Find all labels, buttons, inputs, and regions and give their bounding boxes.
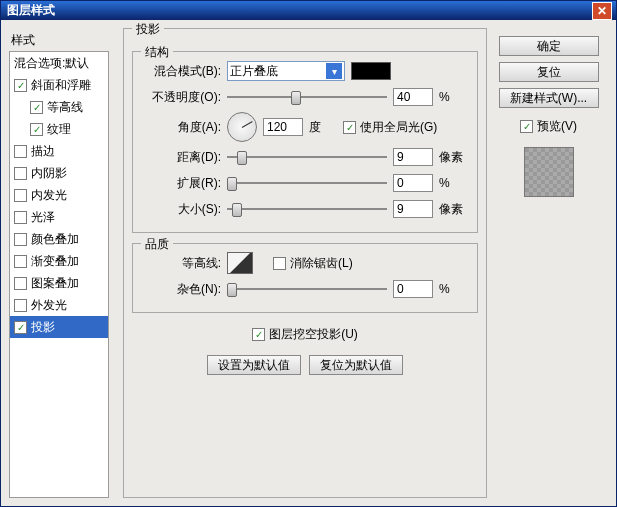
noise-row: 杂色(N): 0 % [143, 276, 467, 302]
style-item[interactable]: 图案叠加 [10, 272, 108, 294]
quality-fieldset: 品质 等高线: 消除锯齿(L) 杂色(N): 0 [132, 243, 478, 313]
defaults-button-row: 设置为默认值 复位为默认值 [132, 355, 478, 375]
style-item[interactable]: ✓纹理 [10, 118, 108, 140]
distance-unit: 像素 [439, 149, 467, 166]
size-input[interactable]: 9 [393, 200, 433, 218]
settings-column: 投影 结构 混合模式(B): 正片叠底 ▾ 不透明度(O): [113, 28, 493, 498]
structure-fieldset: 结构 混合模式(B): 正片叠底 ▾ 不透明度(O): 40 % [132, 51, 478, 233]
spread-slider[interactable] [227, 174, 387, 192]
knockout-label: 图层挖空投影(U) [269, 326, 358, 343]
style-item[interactable]: 渐变叠加 [10, 250, 108, 272]
style-item[interactable]: ✓投影 [10, 316, 108, 338]
check-icon [14, 277, 27, 290]
check-icon [14, 299, 27, 312]
ok-button[interactable]: 确定 [499, 36, 599, 56]
panel-title: 投影 [132, 21, 164, 38]
noise-slider[interactable] [227, 280, 387, 298]
size-row: 大小(S): 9 像素 [143, 196, 467, 222]
angle-dial[interactable] [227, 112, 257, 142]
preview-checkbox[interactable]: ✓ 预览(V) [493, 118, 604, 135]
noise-input[interactable]: 0 [393, 280, 433, 298]
dialog-body: 样式 混合选项:默认✓斜面和浮雕✓等高线✓纹理描边内阴影内发光光泽颜色叠加渐变叠… [1, 20, 616, 506]
new-style-button[interactable]: 新建样式(W)... [499, 88, 599, 108]
opacity-slider[interactable] [227, 88, 387, 106]
style-item-label: 等高线 [47, 99, 83, 116]
chevron-down-icon: ▾ [326, 63, 342, 79]
style-item-label: 图案叠加 [31, 275, 79, 292]
style-item-label: 内发光 [31, 187, 67, 204]
dialog-window: 图层样式 ✕ 样式 混合选项:默认✓斜面和浮雕✓等高线✓纹理描边内阴影内发光光泽… [0, 0, 617, 507]
check-icon: ✓ [343, 121, 356, 134]
cancel-button[interactable]: 复位 [499, 62, 599, 82]
style-item-label: 斜面和浮雕 [31, 77, 91, 94]
spread-unit: % [439, 176, 467, 190]
style-item-label: 描边 [31, 143, 55, 160]
check-icon: ✓ [30, 123, 43, 136]
opacity-row: 不透明度(O): 40 % [143, 84, 467, 110]
distance-input[interactable]: 9 [393, 148, 433, 166]
check-icon [14, 255, 27, 268]
noise-label: 杂色(N): [143, 281, 221, 298]
style-item-label: 颜色叠加 [31, 231, 79, 248]
style-item-label: 内阴影 [31, 165, 67, 182]
blend-mode-value: 正片叠底 [230, 63, 278, 80]
knockout-checkbox[interactable]: ✓ 图层挖空投影(U) [252, 326, 358, 343]
shadow-color-swatch[interactable] [351, 62, 391, 80]
check-icon: ✓ [14, 321, 27, 334]
style-item[interactable]: 内阴影 [10, 162, 108, 184]
global-light-checkbox[interactable]: ✓ 使用全局光(G) [343, 119, 437, 136]
distance-slider[interactable] [227, 148, 387, 166]
style-item-label: 投影 [31, 319, 55, 336]
preview-swatch [524, 147, 574, 197]
size-slider[interactable] [227, 200, 387, 218]
angle-input[interactable]: 120 [263, 118, 303, 136]
check-icon [14, 167, 27, 180]
blend-mode-select[interactable]: 正片叠底 ▾ [227, 61, 345, 81]
style-item[interactable]: 外发光 [10, 294, 108, 316]
styles-list: 混合选项:默认✓斜面和浮雕✓等高线✓纹理描边内阴影内发光光泽颜色叠加渐变叠加图案… [9, 51, 109, 498]
antialias-checkbox[interactable]: 消除锯齿(L) [273, 255, 353, 272]
style-item[interactable]: 混合选项:默认 [10, 52, 108, 74]
title-bar: 图层样式 ✕ [1, 1, 616, 20]
check-icon: ✓ [252, 328, 265, 341]
make-default-button[interactable]: 设置为默认值 [207, 355, 301, 375]
angle-row: 角度(A): 120 度 ✓ 使用全局光(G) [143, 110, 467, 144]
check-icon: ✓ [14, 79, 27, 92]
blend-mode-label: 混合模式(B): [143, 63, 221, 80]
opacity-input[interactable]: 40 [393, 88, 433, 106]
contour-picker[interactable] [227, 252, 253, 274]
check-icon [14, 189, 27, 202]
close-button[interactable]: ✕ [592, 2, 612, 20]
spread-row: 扩展(R): 0 % [143, 170, 467, 196]
blend-mode-row: 混合模式(B): 正片叠底 ▾ [143, 58, 467, 84]
style-item[interactable]: ✓斜面和浮雕 [10, 74, 108, 96]
style-item[interactable]: 描边 [10, 140, 108, 162]
action-column: 确定 复位 新建样式(W)... ✓ 预览(V) [493, 28, 608, 498]
contour-label: 等高线: [143, 255, 221, 272]
distance-label: 距离(D): [143, 149, 221, 166]
style-item[interactable]: 光泽 [10, 206, 108, 228]
spread-input[interactable]: 0 [393, 174, 433, 192]
style-item[interactable]: 颜色叠加 [10, 228, 108, 250]
size-label: 大小(S): [143, 201, 221, 218]
knockout-row: ✓ 图层挖空投影(U) [132, 321, 478, 347]
check-icon [273, 257, 286, 270]
size-unit: 像素 [439, 201, 467, 218]
quality-legend: 品质 [141, 236, 173, 253]
spread-label: 扩展(R): [143, 175, 221, 192]
angle-unit: 度 [309, 119, 337, 136]
style-item[interactable]: ✓等高线 [10, 96, 108, 118]
check-icon: ✓ [30, 101, 43, 114]
opacity-label: 不透明度(O): [143, 89, 221, 106]
structure-legend: 结构 [141, 44, 173, 61]
reset-default-button[interactable]: 复位为默认值 [309, 355, 403, 375]
styles-label: 样式 [9, 28, 109, 51]
contour-row: 等高线: 消除锯齿(L) [143, 250, 467, 276]
check-icon: ✓ [520, 120, 533, 133]
angle-label: 角度(A): [143, 119, 221, 136]
check-icon [14, 145, 27, 158]
style-item[interactable]: 内发光 [10, 184, 108, 206]
window-title: 图层样式 [5, 2, 592, 19]
style-item-label: 渐变叠加 [31, 253, 79, 270]
preview-label: 预览(V) [537, 118, 577, 135]
